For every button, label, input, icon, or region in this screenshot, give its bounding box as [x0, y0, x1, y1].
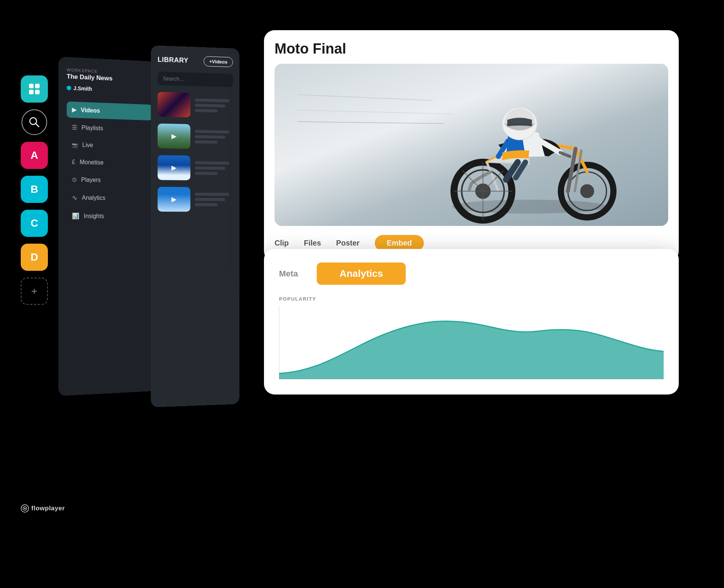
tab-meta[interactable]: Meta — [279, 269, 298, 279]
tab-clip[interactable]: Clip — [275, 236, 289, 250]
sidebar-item-insights[interactable]: 📊 Insights — [67, 208, 152, 224]
video-info — [195, 130, 233, 144]
video-line — [195, 161, 229, 165]
popularity-label: POPULARITY — [279, 296, 664, 302]
main-content: Moto Final — [264, 30, 690, 539]
flowplayer-text: flowplayer — [31, 505, 65, 512]
sidebar-panel: WORKSPACE The Daily News J.Smith ▶ Video… — [58, 57, 160, 396]
search-rail-icon[interactable] — [21, 109, 47, 135]
user-badge[interactable]: J.Smith — [67, 85, 152, 95]
add-videos-button[interactable]: +Videos — [204, 56, 233, 67]
sidebar-item-live[interactable]: 📷 Live — [67, 137, 152, 155]
monetise-label: Monetise — [80, 159, 103, 166]
analytics-panel: Meta Analytics POPULARITY — [264, 249, 679, 395]
video-line — [195, 98, 229, 102]
flowplayer-logo-icon — [21, 504, 29, 513]
insights-icon: 📊 — [72, 212, 80, 220]
play-icon: ▶ — [172, 132, 177, 140]
list-item[interactable]: ▶ — [158, 187, 233, 212]
list-item[interactable] — [158, 92, 233, 118]
svg-line-10 — [298, 95, 433, 100]
analytics-icon: ∿ — [72, 193, 78, 202]
playlists-icon: ☰ — [72, 124, 77, 131]
moto-illustration — [275, 64, 668, 226]
a-letter: A — [31, 149, 38, 161]
video-line — [195, 166, 225, 170]
library-title: LIBRARY — [158, 56, 189, 65]
b-rail-icon[interactable]: B — [21, 176, 48, 203]
d-rail-icon[interactable]: D — [21, 244, 48, 271]
svg-point-8 — [24, 508, 26, 509]
video-line — [195, 172, 218, 175]
monetise-icon: £ — [72, 159, 75, 166]
svg-line-5 — [36, 124, 39, 127]
videos-label: Videos — [81, 107, 100, 114]
live-icon: 📷 — [72, 142, 78, 147]
svg-line-32 — [462, 171, 483, 191]
add-rail-icon[interactable]: + — [21, 278, 48, 305]
sidebar-item-analytics[interactable]: ∿ Analytics — [67, 189, 152, 207]
icon-rail: A B C D + — [21, 75, 48, 305]
list-item[interactable]: ▶ — [158, 155, 233, 181]
video-info — [195, 98, 233, 113]
workspace-rail-icon[interactable] — [21, 75, 48, 103]
list-item[interactable]: ▶ — [158, 123, 233, 149]
play-icon: ▶ — [172, 164, 177, 172]
sidebar-item-monetise[interactable]: £ Monetise — [67, 154, 152, 171]
svg-rect-3 — [35, 90, 40, 94]
sidebar-item-players[interactable]: ⊙ Players — [67, 171, 152, 189]
svg-line-11 — [298, 110, 452, 114]
chart-svg — [279, 306, 664, 381]
video-thumbnail: ▶ — [158, 123, 190, 149]
add-symbol: + — [31, 285, 37, 297]
search-icon — [28, 115, 41, 129]
tab-poster[interactable]: Poster — [336, 236, 359, 250]
video-line — [195, 109, 218, 112]
video-line — [195, 130, 229, 134]
players-icon: ⊙ — [72, 176, 77, 183]
b-letter: B — [31, 183, 38, 195]
video-detail-card: Moto Final — [264, 30, 679, 262]
players-label: Players — [81, 176, 101, 183]
video-title: Moto Final — [275, 41, 668, 57]
c-letter: C — [31, 217, 38, 229]
library-header: LIBRARY +Videos — [158, 55, 233, 68]
video-line — [195, 203, 218, 206]
a-rail-icon[interactable]: A — [21, 142, 48, 169]
video-thumbnail: ▶ — [158, 155, 190, 180]
video-line — [195, 104, 225, 107]
svg-rect-0 — [29, 84, 34, 88]
user-status-dot — [67, 86, 71, 90]
popularity-chart — [279, 306, 664, 381]
c-rail-icon[interactable]: C — [21, 210, 48, 237]
video-line — [195, 140, 218, 144]
flowplayer-logo: flowplayer — [21, 504, 65, 513]
svg-rect-2 — [29, 90, 34, 94]
insights-label: Insights — [84, 213, 104, 220]
tab-analytics[interactable]: Analytics — [317, 263, 406, 285]
video-info — [195, 193, 233, 206]
user-name: J.Smith — [74, 85, 92, 92]
video-line — [195, 135, 225, 138]
analytics-label: Analytics — [82, 195, 105, 201]
video-info — [195, 161, 233, 175]
tab-files[interactable]: Files — [304, 236, 321, 250]
sidebar-item-videos[interactable]: ▶ Videos — [67, 101, 152, 121]
play-icon: ▶ — [172, 195, 177, 203]
svg-rect-9 — [298, 64, 645, 226]
video-thumbnail: ▶ — [158, 187, 190, 212]
video-line — [195, 198, 225, 201]
video-preview — [275, 64, 668, 226]
workspace-icon — [28, 82, 41, 96]
svg-line-12 — [298, 122, 444, 124]
d-letter: D — [31, 251, 38, 263]
library-panel: LIBRARY +Videos ▶ ▶ — [151, 45, 239, 407]
moto-scene — [275, 64, 668, 226]
live-label: Live — [82, 142, 93, 149]
sidebar-item-playlists[interactable]: ☰ Playlists — [67, 119, 152, 138]
svg-rect-1 — [35, 84, 40, 88]
library-search-input[interactable] — [158, 72, 233, 88]
video-thumbnail — [158, 92, 190, 117]
video-line — [195, 193, 229, 196]
playlists-label: Playlists — [81, 124, 103, 132]
